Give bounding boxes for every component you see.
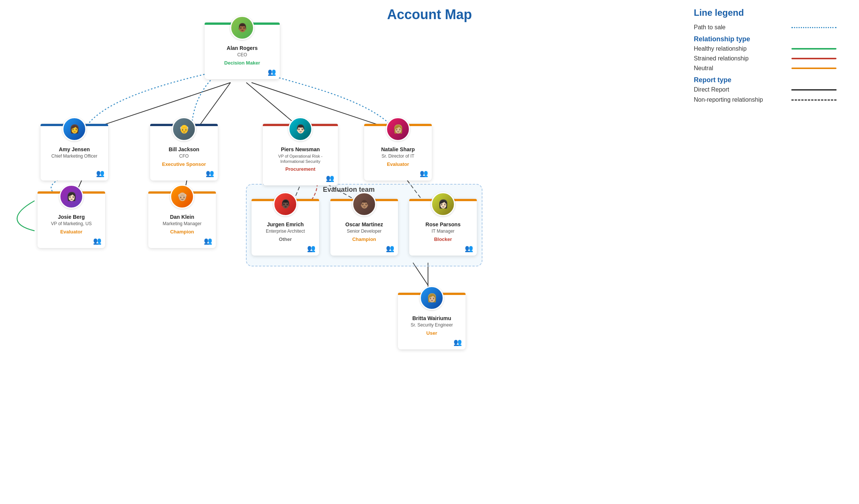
name-oscar: Oscar Martinez — [334, 221, 394, 228]
icon-bill: 👥 — [154, 169, 214, 178]
avatar-dan: 👴🏼 — [170, 185, 194, 209]
badge-bill: Executive Sponsor — [154, 161, 214, 167]
legend-relationship-type-header: Relationship type — [694, 35, 836, 43]
avatar-alan: 👨🏾 — [230, 16, 254, 40]
page-title: Account Map — [387, 7, 472, 23]
role-dan: Marketing Manager — [152, 221, 212, 227]
badge-dan: Champion — [152, 229, 212, 235]
icon-amy: 👥 — [44, 169, 104, 178]
icon-rose: 👥 — [413, 244, 473, 253]
card-bill[interactable]: 👴 Bill Jackson CFO Executive Sponsor 👥 — [150, 124, 218, 181]
badge-britta: User — [402, 330, 462, 336]
legend-panel: Line legend Path to sale Relationship ty… — [694, 8, 836, 107]
card-amy[interactable]: 👩 Amy Jensen Chief Marketing Officer 👥 — [41, 124, 108, 181]
card-piers[interactable]: 👨🏻 Piers Newsman VP of Operational Risk … — [263, 124, 338, 185]
legend-neutral-label: Neutral — [694, 65, 713, 72]
card-jurgen[interactable]: 👨🏿 Jurgen Emrich Enterprise Architect Ot… — [252, 199, 319, 256]
legend-healthy: Healthy relationship — [694, 45, 836, 52]
role-oscar: Senior Developer — [334, 229, 394, 235]
card-britta[interactable]: 👩🏼 Britta Wairiumu Sr. Security Engineer… — [398, 293, 466, 349]
badge-piers: Procurement — [267, 166, 334, 172]
name-piers: Piers Newsman — [267, 146, 334, 153]
avatar-rose: 👩🏻 — [431, 192, 455, 216]
avatar-natalie: 👩🏼 — [386, 117, 410, 141]
name-natalie: Natalie Sharp — [368, 146, 428, 153]
name-jurgen: Jurgen Emrich — [255, 221, 315, 228]
legend-non-reporting: Non-reporting relationship — [694, 96, 836, 104]
legend-healthy-label: Healthy relationship — [694, 45, 747, 52]
avatar-piers: 👨🏻 — [288, 117, 312, 141]
badge-amy — [44, 161, 104, 167]
card-oscar[interactable]: 👨🏽 Oscar Martinez Senior Developer Champ… — [330, 199, 398, 256]
name-dan: Dan Klein — [152, 214, 212, 220]
legend-report-type-header: Report type — [694, 76, 836, 84]
badge-oscar: Champion — [334, 236, 394, 242]
card-alan[interactable]: 👨🏾 Alan Rogers CEO Decision Maker 👥 — [205, 23, 280, 79]
card-rose[interactable]: 👩🏻 Rose Parsons IT Manager Blocker 👥 — [409, 199, 477, 256]
icon-jurgen: 👥 — [255, 244, 315, 253]
avatar-britta: 👩🏼 — [420, 286, 444, 310]
avatar-jurgen: 👨🏿 — [273, 192, 297, 216]
legend-neutral: Neutral — [694, 65, 836, 72]
card-natalie[interactable]: 👩🏼 Natalie Sharp Sr. Director of IT Eval… — [364, 124, 432, 181]
avatar-oscar: 👨🏽 — [352, 192, 376, 216]
card-josie[interactable]: 👩🏻 Josie Berg VP of Marketing, US Evalua… — [38, 191, 105, 248]
legend-path-to-sale: Path to sale — [694, 24, 836, 31]
badge-jurgen: Other — [255, 236, 315, 242]
legend-direct-report-label: Direct Report — [694, 86, 729, 93]
legend-direct-report: Direct Report — [694, 86, 836, 93]
name-bill: Bill Jackson — [154, 146, 214, 153]
name-josie: Josie Berg — [41, 214, 101, 220]
legend-title: Line legend — [694, 8, 836, 18]
icon-dan: 👥 — [152, 237, 212, 245]
name-rose: Rose Parsons — [413, 221, 473, 228]
name-alan: Alan Rogers — [208, 45, 276, 51]
icon-josie: 👥 — [41, 237, 101, 245]
role-amy: Chief Marketing Officer — [44, 153, 104, 159]
badge-natalie: Evaluator — [368, 161, 428, 167]
badge-rose: Blocker — [413, 236, 473, 242]
avatar-amy: 👩 — [62, 117, 86, 141]
role-bill: CFO — [154, 153, 214, 159]
icon-oscar: 👥 — [334, 244, 394, 253]
badge-alan: Decision Maker — [208, 60, 276, 66]
role-piers: VP of Operational Risk - Informational S… — [267, 153, 334, 164]
avatar-bill: 👴 — [172, 117, 196, 141]
role-jurgen: Enterprise Architect — [255, 229, 315, 235]
icon-alan: 👥 — [208, 68, 276, 76]
legend-strained: Strained relationship — [694, 55, 836, 62]
legend-path-label: Path to sale — [694, 24, 726, 31]
name-britta: Britta Wairiumu — [402, 315, 462, 322]
icon-britta: 👥 — [402, 338, 462, 346]
icon-piers: 👥 — [267, 174, 334, 182]
role-natalie: Sr. Director of IT — [368, 153, 428, 159]
card-dan[interactable]: 👴🏼 Dan Klein Marketing Manager Champion … — [148, 191, 216, 248]
role-alan: CEO — [208, 52, 276, 58]
name-amy: Amy Jensen — [44, 146, 104, 153]
legend-strained-label: Strained relationship — [694, 55, 749, 62]
role-britta: Sr. Security Engineer — [402, 322, 462, 328]
role-josie: VP of Marketing, US — [41, 221, 101, 227]
role-rose: IT Manager — [413, 229, 473, 235]
avatar-josie: 👩🏻 — [59, 185, 83, 209]
icon-natalie: 👥 — [368, 169, 428, 178]
legend-non-reporting-label: Non-reporting relationship — [694, 96, 763, 104]
badge-josie: Evaluator — [41, 229, 101, 235]
